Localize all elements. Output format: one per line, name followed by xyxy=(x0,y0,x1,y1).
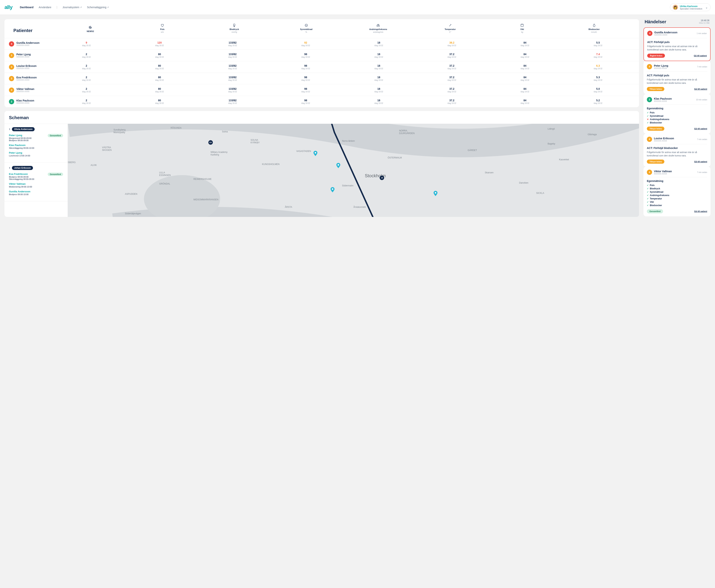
map-label: REIMERSHOLME xyxy=(193,178,212,181)
patient-id: XXXXXX-XXXX xyxy=(16,67,37,69)
event-time: 10 min sedan xyxy=(696,99,707,101)
score-badge: 4 xyxy=(9,41,14,46)
appointment[interactable]: Klas PaulssonSåromläggning 09:00-10:00 xyxy=(9,144,63,149)
x-icon: ✕ xyxy=(647,118,649,121)
patient-row[interactable]: 4Gunilla AnderssonXXXXXX-XXXX9idag 18:32… xyxy=(4,38,639,49)
appointment[interactable]: Eva FredrikssonBlodprov 08:00-09:00Sårom… xyxy=(9,173,63,180)
score-badge: 3 xyxy=(9,53,14,58)
svg-rect-3 xyxy=(233,24,235,26)
measurement-item: ✓Syremättnad xyxy=(647,114,707,118)
vital-cell: 84idag 18:32 xyxy=(488,76,562,81)
appointment[interactable]: Peter LjungMorgonrond 08:00-09:00Blodpro… xyxy=(9,134,63,142)
measurement-item: ✓Syremättnad xyxy=(647,190,707,194)
map[interactable]: StockholmSundbybergMunicipalitySolnaNORR… xyxy=(68,124,639,217)
map-label: Gåshaga xyxy=(588,133,597,136)
vital-cell: 6.3idag 18:32 xyxy=(562,64,635,70)
patients-card: Patienter NEWS2 Pulss/m BlodtryckmmHg O₂… xyxy=(4,19,639,107)
heart-icon xyxy=(161,23,164,27)
nav-dashboard[interactable]: Dashboard xyxy=(20,6,34,9)
events-title: Händelser xyxy=(645,19,666,24)
event-title: ACT: Förhöjd puls xyxy=(647,41,707,44)
col-glucose: Blodsockermmol/L xyxy=(558,23,630,33)
appointment-patient: Peter Ljung xyxy=(9,151,30,154)
go-to-patient-link[interactable]: Gå till patient xyxy=(694,55,707,57)
event-patient-id: XXXXXX-XXXX xyxy=(654,100,672,102)
chevron-down-icon: ⌄ xyxy=(705,5,708,9)
appointment-detail: Blodprov 08:00-09:00 xyxy=(9,176,34,178)
go-to-patient-link[interactable]: Gå till patient xyxy=(694,161,707,163)
patient-row[interactable]: 2Klas PaulssonXXXXXX-XXXX2idag 18:3280id… xyxy=(4,96,639,107)
patient-id: XXXXXX-XXXX xyxy=(16,44,40,46)
map-label: Årstatunneln xyxy=(353,206,366,208)
col-resp: Andningsfrekvensandetag/min xyxy=(342,23,414,33)
map-label: Solna xyxy=(222,130,228,133)
event-patient-name: Peter Ljung xyxy=(654,64,668,67)
check-icon: ✓ xyxy=(647,111,649,114)
patient-row[interactable]: 3Viktor VallmanXXXXXX-XXXX2idag 18:3280i… xyxy=(4,84,639,96)
clock-time: 18:48:36 xyxy=(699,19,710,22)
nav-journal[interactable]: Journalsystem↗ xyxy=(63,6,82,9)
patient-name: Eva Fredriksson xyxy=(16,76,37,79)
logo: ally xyxy=(4,4,13,10)
nav-users[interactable]: Användare xyxy=(39,6,51,9)
map-label: Södertäljevägen xyxy=(125,212,141,215)
event-patient-id: XXXXXX-XXXX xyxy=(654,34,677,36)
check-icon: ✓ xyxy=(647,201,649,203)
measurement-item: ✓Blodtryck xyxy=(647,187,707,190)
appointment[interactable]: Viktor VallmanMedicinering 09:00-10:00 xyxy=(9,183,63,188)
schedule-group: ⚕Olivia AnderssonPeter LjungMorgonrond 0… xyxy=(4,124,68,163)
appointment[interactable]: Gunilla AnderssonBlodprov 09:00-10:00 xyxy=(9,190,63,195)
patient-row[interactable]: 3Peter LjungXXXXXX-XXXX2idag 18:3280idag… xyxy=(4,49,639,61)
event-patient-name: Viktor Vallman xyxy=(654,170,672,173)
svg-rect-0 xyxy=(89,27,90,28)
check-icon: ✓ xyxy=(647,194,649,196)
thermometer-icon xyxy=(448,23,452,27)
event-time: 1 min sedan xyxy=(697,33,707,35)
patient-row[interactable]: 3Eva FredrikssonXXXXXX-XXXX2idag 18:3280… xyxy=(4,72,639,84)
vital-cell: 18idag 18:32 xyxy=(342,41,415,46)
scale-icon xyxy=(520,23,524,27)
map-label: Lidingö xyxy=(548,128,555,130)
col-o2: O₂Syremättnad% xyxy=(270,23,342,33)
vital-cell: 133/82idag 18:32 xyxy=(196,99,269,104)
patient-name: Louise Eriksson xyxy=(16,64,37,67)
nav-schedule[interactable]: Schemaläggning↗ xyxy=(87,6,109,9)
event-title: Egenmätning xyxy=(647,180,707,183)
vital-cell: 5.2idag 18:32 xyxy=(562,99,635,104)
appointment-detail: Lunchrond 13:00-14:00 xyxy=(9,154,30,157)
appointment[interactable]: Peter LjungLunchrond 13:00-14:00 xyxy=(9,151,63,157)
vital-cell: 18idag 18:32 xyxy=(342,76,415,81)
nurse-pin-oa[interactable]: OA xyxy=(208,140,213,145)
svg-rect-2 xyxy=(91,27,91,28)
go-to-patient-link[interactable]: Gå till patient xyxy=(694,128,707,130)
map-label: Skansen xyxy=(485,171,493,174)
vital-cell: 98idag 18:32 xyxy=(269,99,342,104)
nurse-name[interactable]: Olivia Andersson xyxy=(12,127,35,131)
event-title: ACT: Förhöjd puls xyxy=(647,74,707,77)
appointment-detail: Blodprov 09:00-10:00 xyxy=(9,193,30,195)
nurse-name[interactable]: Johan Eriksson xyxy=(12,166,33,170)
svg-point-12 xyxy=(338,164,339,166)
schedule-group: ⚕Johan ErikssonEva FredrikssonBlodprov 0… xyxy=(4,163,68,201)
go-to-patient-link[interactable]: Gå till patient xyxy=(694,210,707,212)
vital-cell: 5.3idag 18:32 xyxy=(562,76,635,81)
map-label: Bageby xyxy=(548,143,555,145)
map-label: ALVIK xyxy=(91,164,97,166)
nurse-pin-je[interactable]: JE xyxy=(380,175,384,180)
vital-cell: 18idag 18:32 xyxy=(342,53,415,58)
event-patient-name: Klas Paulsson xyxy=(654,97,672,100)
appointment-detail: Morgonrond 08:00-09:00 xyxy=(9,137,31,139)
vital-cell: 98idag 18:32 xyxy=(269,76,342,81)
svg-rect-1 xyxy=(90,26,91,28)
user-menu[interactable]: 👩 Ulrika Karlsson Specialist i internmed… xyxy=(670,3,711,11)
vital-cell: 2idag 18:32 xyxy=(50,99,123,104)
patient-name: Viktor Vallman xyxy=(16,87,34,90)
check-icon: ✓ xyxy=(647,121,649,124)
svg-point-13 xyxy=(332,188,333,190)
action-pill: Tillsyn krävs xyxy=(647,87,664,91)
measurement-item: ✓Puls xyxy=(647,184,707,187)
map-label: ÅRSTA xyxy=(285,206,292,208)
patient-row[interactable]: 3Louise ErikssonXXXXXX-XXXX2idag 18:3280… xyxy=(4,61,639,72)
go-to-patient-link[interactable]: Gå till patient xyxy=(694,88,707,90)
vital-cell: 37.2idag 18:32 xyxy=(415,87,489,93)
